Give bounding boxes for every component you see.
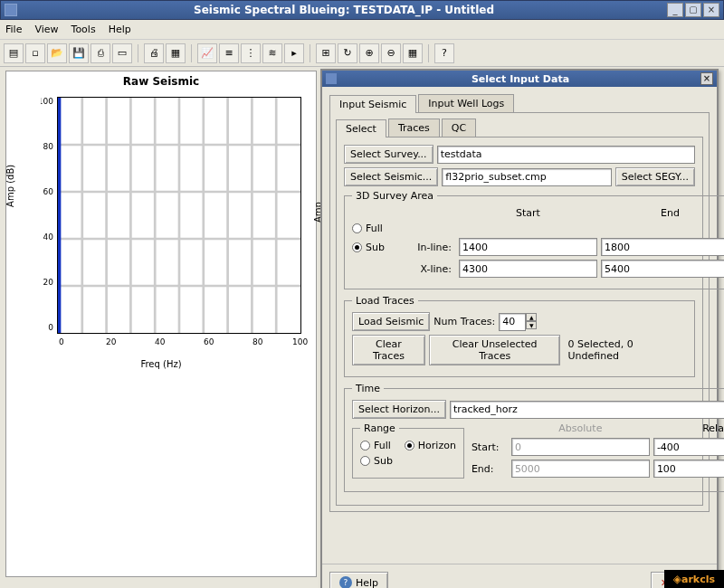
radio-sub-area[interactable] — [352, 242, 362, 252]
xline-label: X-line: — [410, 263, 455, 275]
zoomout-icon[interactable]: ⊖ — [381, 43, 401, 63]
save-icon[interactable]: 💾 — [69, 43, 89, 63]
traces-status: 0 Selected, 0 Undefined — [567, 338, 687, 362]
chart-xlabel: Freq (Hz) — [6, 359, 316, 369]
svg-text:20: 20 — [43, 278, 54, 287]
load-seismic-button[interactable]: Load Seismic — [352, 312, 430, 331]
app-icon — [5, 4, 17, 16]
svg-text:80: 80 — [252, 337, 263, 346]
report-icon[interactable]: ▦ — [166, 43, 186, 63]
tab-input-seismic[interactable]: Input Seismic — [329, 95, 416, 113]
seismic-input[interactable] — [442, 168, 611, 186]
toolbar: ▤ ▫ 📂 💾 ⎙ ▭ 🖨 ▦ 📈 ≡ ⋮ ≋ ▸ ⊞ ↻ ⊕ ⊖ ▦ ? — [0, 40, 724, 67]
plot1-icon[interactable]: 📈 — [197, 43, 217, 63]
select-seismic-button[interactable]: Select Seismic... — [344, 167, 438, 186]
spinner-down-icon[interactable]: ▼ — [526, 321, 537, 329]
svg-text:60: 60 — [43, 187, 54, 196]
minimize-button[interactable]: _ — [667, 3, 683, 17]
select-survey-button[interactable]: Select Survey... — [344, 145, 433, 164]
help-button[interactable]: ? Help — [329, 572, 388, 588]
radio-range-full[interactable] — [360, 441, 370, 450]
refresh-icon[interactable]: ↻ — [338, 43, 357, 63]
plot3-icon[interactable]: ⋮ — [241, 43, 261, 63]
plot5-icon[interactable]: ▸ — [284, 43, 304, 63]
new-icon[interactable]: ▫ — [25, 43, 45, 63]
num-traces-input[interactable] — [499, 313, 526, 331]
chart-panel: Raw Seismic Amp (dB) — [5, 71, 317, 577]
grid-icon[interactable]: ⊞ — [316, 43, 336, 63]
open-icon[interactable]: 📂 — [47, 43, 67, 63]
print-icon[interactable]: 🖨 — [144, 43, 164, 63]
dialog-close-icon[interactable]: × — [700, 72, 713, 85]
end-label: End: — [472, 463, 508, 475]
tab-traces[interactable]: Traces — [388, 119, 440, 137]
relative-header: Relative — [653, 422, 724, 434]
zoomin-icon[interactable]: ⊕ — [359, 43, 379, 63]
time-fieldset: Time Select Horizon... Range Full Horizo… — [344, 383, 724, 492]
menu-tools[interactable]: Tools — [71, 24, 96, 35]
chart-plot-area — [57, 97, 301, 334]
radio-range-horizon[interactable] — [405, 441, 414, 450]
chart-ylabel: Amp (dB) — [5, 165, 15, 207]
svg-text:100: 100 — [41, 97, 53, 106]
plot4-icon[interactable]: ≋ — [262, 43, 282, 63]
svg-text:80: 80 — [43, 142, 54, 151]
menu-help[interactable]: Help — [109, 24, 131, 35]
load-traces-fieldset: Load Traces Load Seismic Num Traces: ▲▼ … — [344, 295, 695, 377]
rel-end-input[interactable] — [653, 460, 724, 478]
svg-text:100: 100 — [292, 337, 308, 346]
dialog-titlebar: Select Input Data × — [322, 71, 717, 87]
load-traces-legend: Load Traces — [352, 295, 418, 307]
svg-text:0: 0 — [59, 337, 64, 346]
close-window-button[interactable]: × — [703, 3, 719, 17]
dialog-icon — [326, 73, 337, 84]
export-icon[interactable]: ▭ — [112, 43, 132, 63]
chart-title: Raw Seismic — [6, 71, 316, 91]
svg-text:40: 40 — [43, 232, 54, 242]
radio-full-area[interactable] — [352, 223, 362, 233]
horizon-input[interactable] — [450, 401, 724, 419]
select-horizon-button[interactable]: Select Horizon... — [352, 400, 446, 419]
abs-start-input[interactable] — [511, 438, 650, 456]
menu-file[interactable]: File — [5, 24, 22, 35]
survey-input[interactable] — [437, 146, 695, 164]
menu-bar: File View Tools Help — [0, 20, 724, 40]
palette-icon[interactable]: ▦ — [403, 43, 423, 63]
range-fieldset: Range Full Horizon Sub — [352, 422, 464, 479]
inline-label: In-line: — [410, 242, 455, 253]
svg-text:40: 40 — [155, 337, 166, 346]
dialog-title: Select Input Data — [340, 73, 700, 85]
range-legend: Range — [360, 422, 399, 434]
inline-end-input[interactable] — [601, 238, 724, 256]
rel-start-input[interactable] — [653, 438, 724, 456]
select-segy-button[interactable]: Select SEGY... — [615, 167, 695, 186]
time-legend: Time — [352, 383, 384, 394]
db-icon[interactable]: ▤ — [4, 43, 24, 63]
header-end: End — [601, 207, 724, 219]
xline-start-input[interactable] — [459, 260, 597, 278]
select-input-data-dialog: Select Input Data × Input Seismic Input … — [320, 69, 719, 588]
num-traces-label: Num Traces: — [433, 316, 495, 327]
brand-logo: ◈arkcls — [664, 570, 724, 588]
spinner-up-icon[interactable]: ▲ — [526, 313, 537, 321]
abs-end-input[interactable] — [511, 460, 650, 478]
window-title: Seismic Spectral Blueing: TESTDATA_IP - … — [23, 4, 665, 16]
help-icon: ? — [339, 576, 352, 588]
survey-area-fieldset: 3D Survey Area Start End Inc Full Sub In… — [344, 190, 724, 289]
help-toolbar-icon[interactable]: ? — [434, 43, 454, 63]
tab-qc[interactable]: QC — [442, 119, 476, 137]
maximize-button[interactable]: ▢ — [685, 3, 701, 17]
radio-range-sub[interactable] — [360, 456, 370, 466]
svg-text:20: 20 — [106, 337, 117, 346]
saveas-icon[interactable]: ⎙ — [90, 43, 110, 63]
inline-start-input[interactable] — [459, 238, 597, 256]
start-label: Start: — [472, 441, 508, 453]
plot2-icon[interactable]: ≡ — [219, 43, 239, 63]
svg-text:0: 0 — [48, 323, 53, 332]
tab-select[interactable]: Select — [336, 119, 386, 138]
clear-unselected-traces-button[interactable]: Clear Unselected Traces — [429, 335, 561, 365]
tab-input-well-logs[interactable]: Input Well Logs — [418, 94, 514, 112]
menu-view[interactable]: View — [34, 24, 58, 35]
xline-end-input[interactable] — [601, 260, 724, 278]
clear-traces-button[interactable]: Clear Traces — [352, 335, 425, 365]
